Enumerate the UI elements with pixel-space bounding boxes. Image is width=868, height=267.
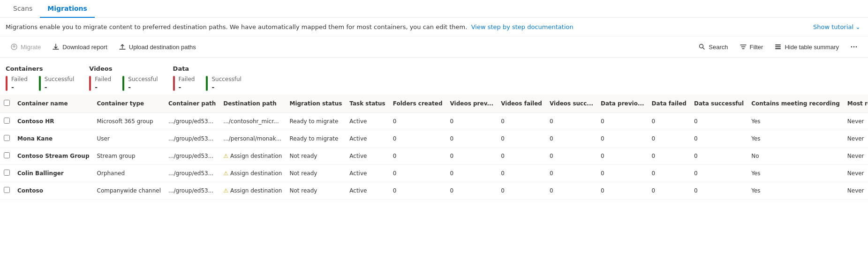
row-checkbox[interactable]: [4, 187, 10, 193]
data-failed-cell: 0: [648, 182, 690, 200]
table-body: Contoso HR Microsoft 365 group .../group…: [0, 113, 868, 200]
videos-failed-cell: 0: [497, 113, 546, 130]
migrate-button[interactable]: Migrate: [6, 40, 45, 53]
row-checkbox[interactable]: [4, 135, 10, 141]
summary-group-containers: Containers Failed - Successful -: [6, 65, 74, 91]
container-path-cell: .../group/ed53...: [165, 130, 219, 148]
videos-prev-cell: 0: [446, 182, 498, 200]
svg-point-5: [851, 46, 853, 48]
videos-succ-cell: 0: [546, 130, 597, 148]
row-checkbox[interactable]: [4, 118, 10, 124]
row-checkbox-cell[interactable]: [0, 165, 14, 182]
col-migration-status: Migration status: [286, 95, 346, 113]
task-status-cell: Active: [346, 148, 389, 165]
data-succ-cell: 0: [690, 113, 747, 130]
videos-failed-cell: 0: [497, 182, 546, 200]
table-row: Contoso HR Microsoft 365 group .../group…: [0, 113, 868, 130]
summary-groups: Containers Failed - Successful -: [6, 65, 862, 91]
meeting-recording-cell: No: [747, 148, 844, 165]
row-checkbox[interactable]: [4, 152, 10, 158]
container-path-cell: .../group/ed53...: [165, 165, 219, 182]
info-link[interactable]: View step by step documentation: [471, 23, 574, 30]
col-recent-migration[interactable]: Most recent migration ↓: [844, 95, 868, 113]
container-path-cell: .../group/ed53...: [165, 113, 219, 130]
table-row: Contoso Companywide channel .../group/ed…: [0, 182, 868, 200]
videos-succ-cell: 0: [546, 182, 597, 200]
col-videos-failed: Videos failed: [497, 95, 546, 113]
col-container-name[interactable]: Container name: [14, 95, 93, 113]
show-tutorial-button[interactable]: Show tutorial ⌄: [813, 23, 860, 30]
videos-failed-cell: 0: [497, 148, 546, 165]
upload-button[interactable]: Upload destination paths: [114, 40, 201, 53]
svg-point-7: [856, 46, 857, 48]
download-report-button[interactable]: Download report: [47, 40, 112, 53]
container-path-cell: .../group/ed53...: [165, 182, 219, 200]
col-folders-created: Folders created: [389, 95, 446, 113]
summary-item-videos-successful: Successful -: [122, 76, 158, 91]
data-succ-cell: 0: [690, 165, 747, 182]
checkbox-all[interactable]: [4, 100, 10, 106]
hide-summary-button[interactable]: Hide table summary: [770, 40, 844, 53]
videos-failed-cell: 0: [497, 130, 546, 148]
row-checkbox-cell[interactable]: [0, 182, 14, 200]
chevron-down-icon: ⌄: [855, 23, 860, 30]
summary-section: Containers Failed - Successful -: [0, 58, 868, 95]
select-all-checkbox[interactable]: [0, 95, 14, 113]
col-container-path: Container path: [165, 95, 219, 113]
data-prev-cell: 0: [597, 113, 648, 130]
filter-button[interactable]: Filter: [735, 40, 768, 53]
recent-migration-cell: Never: [844, 148, 868, 165]
task-status-cell: Active: [346, 182, 389, 200]
search-icon: [698, 43, 706, 51]
recent-migration-cell: Never: [844, 165, 868, 182]
task-status-cell: Active: [346, 113, 389, 130]
col-container-type: Container type: [93, 95, 165, 113]
videos-succ-cell: 0: [546, 148, 597, 165]
summary-item-data-successful: Successful -: [206, 76, 241, 91]
data-failed-cell: 0: [648, 148, 690, 165]
data-table: Container name Container type Container …: [0, 95, 868, 200]
svg-point-1: [700, 44, 703, 48]
videos-prev-cell: 0: [446, 113, 498, 130]
info-bar: Migrations enable you to migrate content…: [0, 18, 868, 37]
row-checkbox[interactable]: [4, 170, 10, 176]
data-prev-cell: 0: [597, 130, 648, 148]
recent-migration-cell: Never: [844, 182, 868, 200]
more-button[interactable]: [845, 40, 862, 53]
col-destination-path: Destination path: [219, 95, 286, 113]
search-button[interactable]: Search: [694, 40, 732, 53]
table-header-row: Container name Container type Container …: [0, 95, 868, 113]
data-failed-cell: 0: [648, 165, 690, 182]
tab-migrations[interactable]: Migrations: [40, 0, 95, 18]
container-type-cell: Orphaned: [93, 165, 165, 182]
migration-status-cell: Not ready: [286, 165, 346, 182]
destination-cell: ⚠ Assign destination: [219, 182, 286, 200]
data-succ-cell: 0: [690, 148, 747, 165]
table-row: Contoso Stream Group Stream group .../gr…: [0, 148, 868, 165]
svg-rect-4: [775, 48, 781, 49]
table-row: Mona Kane User .../group/ed53... .../per…: [0, 130, 868, 148]
row-checkbox-cell[interactable]: [0, 130, 14, 148]
download-icon: [52, 43, 60, 51]
summary-group-title: Containers: [6, 65, 74, 72]
row-checkbox-cell[interactable]: [0, 148, 14, 165]
folders-created-cell: 0: [389, 182, 446, 200]
recent-migration-cell: Never: [844, 130, 868, 148]
videos-prev-cell: 0: [446, 165, 498, 182]
migration-status-cell: Ready to migrate: [286, 113, 346, 130]
folders-created-cell: 0: [389, 113, 446, 130]
summary-bar-red-videos: [89, 76, 91, 91]
data-prev-cell: 0: [597, 148, 648, 165]
toolbar: Migrate Download report Upload destinati…: [0, 37, 868, 58]
summary-item-videos-failed: Failed -: [89, 76, 111, 91]
data-succ-cell: 0: [690, 182, 747, 200]
task-status-cell: Active: [346, 130, 389, 148]
migration-status-cell: Ready to migrate: [286, 130, 346, 148]
row-checkbox-cell[interactable]: [0, 113, 14, 130]
col-meeting-recording: Contains meeting recording: [747, 95, 844, 113]
tab-scans[interactable]: Scans: [6, 0, 40, 18]
table-row: Colin Ballinger Orphaned .../group/ed53.…: [0, 165, 868, 182]
meeting-recording-cell: Yes: [747, 113, 844, 130]
toolbar-right: Search Filter Hide table summary: [694, 40, 862, 53]
summary-bar-red-data: [173, 76, 175, 91]
